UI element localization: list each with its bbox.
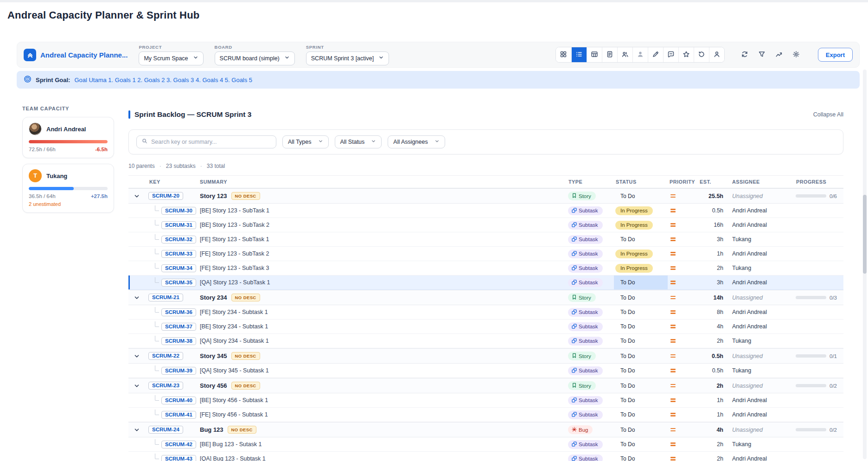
team-view-button[interactable] bbox=[617, 47, 632, 62]
assignee-cell[interactable]: Unassigned bbox=[726, 349, 795, 363]
issue-key[interactable]: SCRUM-24 bbox=[148, 426, 183, 434]
row-expand-caret[interactable] bbox=[128, 189, 145, 203]
status-cell[interactable]: To Do bbox=[614, 437, 668, 451]
backlog-subtask-row[interactable]: SCRUM-34[FE] Story 123 - SubTask 3Subtas… bbox=[128, 261, 843, 275]
backlog-subtask-row[interactable]: SCRUM-36[FE] Story 234 - Subtask 1Subtas… bbox=[128, 305, 843, 320]
document-view-button[interactable] bbox=[602, 47, 617, 62]
assignee-cell[interactable]: Unassigned bbox=[726, 378, 795, 393]
backlog-subtask-row[interactable]: SCRUM-38[QA] Story 234 - Subtask 1Subtas… bbox=[128, 334, 843, 348]
assignee-cell[interactable]: Unassigned bbox=[726, 189, 795, 203]
assignee-cell[interactable]: Andri Andreal bbox=[726, 393, 795, 407]
assignee-cell[interactable]: Andri Andreal bbox=[726, 204, 795, 218]
estimate-cell[interactable]: 16h bbox=[696, 218, 726, 232]
issue-key[interactable]: SCRUM-21 bbox=[148, 294, 183, 301]
estimate-cell[interactable]: 2h bbox=[696, 437, 726, 451]
estimate-cell[interactable]: 4h bbox=[696, 320, 726, 333]
issue-key[interactable]: SCRUM-22 bbox=[148, 352, 183, 360]
row-expand-caret[interactable] bbox=[128, 290, 145, 305]
issue-key[interactable]: SCRUM-35 bbox=[161, 279, 196, 287]
estimate-cell[interactable]: 1h bbox=[696, 247, 726, 261]
profile-button[interactable] bbox=[709, 47, 724, 62]
estimate-cell[interactable]: 4h bbox=[696, 423, 726, 437]
backlog-subtask-row[interactable]: SCRUM-37[BE] Story 234 - Subtask 1Subtas… bbox=[128, 320, 843, 334]
scrollbar-thumb[interactable] bbox=[863, 195, 867, 274]
estimate-cell[interactable]: 0.5h bbox=[696, 364, 726, 378]
backlog-subtask-row[interactable]: SCRUM-35[QA] Story 123 - SubTask 1Subtas… bbox=[128, 275, 843, 290]
status-cell[interactable]: To Do bbox=[614, 349, 668, 363]
assignee-cell[interactable]: Andri Andreal bbox=[726, 408, 795, 422]
backlog-subtask-row[interactable]: SCRUM-43[QA] Bug 123 - Subtask 1SubtaskT… bbox=[128, 452, 843, 461]
status-cell[interactable]: To Do bbox=[614, 305, 668, 319]
assignee-cell[interactable]: Andri Andreal bbox=[726, 275, 795, 289]
backlog-subtask-row[interactable]: SCRUM-42[BE] Bug 123 - Sutask 1SubtaskTo… bbox=[128, 437, 843, 452]
person-disabled-button[interactable] bbox=[632, 47, 648, 62]
status-cell[interactable]: In Progress bbox=[614, 218, 668, 232]
assignee-cell[interactable]: Andri Andreal bbox=[726, 218, 795, 232]
status-cell[interactable]: In Progress bbox=[614, 261, 668, 275]
assignee-cell[interactable]: Tukang bbox=[726, 364, 795, 378]
issue-key[interactable]: SCRUM-30 bbox=[161, 207, 196, 215]
issue-key[interactable]: SCRUM-20 bbox=[148, 192, 183, 200]
issue-key[interactable]: SCRUM-40 bbox=[161, 397, 196, 404]
issue-key[interactable]: SCRUM-38 bbox=[161, 337, 196, 345]
issue-key[interactable]: SCRUM-39 bbox=[161, 367, 196, 375]
issue-key[interactable]: SCRUM-33 bbox=[161, 250, 196, 258]
estimate-cell[interactable]: 3h bbox=[696, 232, 726, 246]
status-cell[interactable]: To Do bbox=[614, 452, 668, 461]
issue-key[interactable]: SCRUM-43 bbox=[161, 455, 196, 461]
page-scrollbar[interactable] bbox=[863, 70, 867, 459]
status-cell[interactable]: In Progress bbox=[614, 247, 668, 261]
estimate-cell[interactable]: 8h bbox=[696, 305, 726, 319]
issue-key[interactable]: SCRUM-36 bbox=[161, 308, 196, 316]
estimate-cell[interactable]: 3h bbox=[696, 275, 726, 289]
favorite-button[interactable] bbox=[678, 47, 694, 62]
backlog-parent-row[interactable]: SCRUM-24Bug 123NO DESCBugTo Do4hUnassign… bbox=[128, 422, 843, 437]
table-view-button[interactable] bbox=[587, 47, 602, 62]
row-expand-caret[interactable] bbox=[128, 378, 145, 393]
estimate-cell[interactable]: 25.5h bbox=[696, 189, 726, 203]
row-expand-caret[interactable] bbox=[128, 349, 145, 363]
assignee-cell[interactable]: Unassigned bbox=[726, 423, 795, 437]
status-cell[interactable]: To Do bbox=[614, 378, 668, 393]
refresh-button[interactable] bbox=[737, 48, 753, 62]
estimate-cell[interactable]: 2h bbox=[696, 452, 726, 461]
kanban-view-button[interactable] bbox=[556, 47, 571, 62]
estimate-cell[interactable]: 0.5h bbox=[696, 349, 726, 363]
sprint-select[interactable]: SCRUM Sprint 3 [active] bbox=[306, 51, 389, 65]
backlog-subtask-row[interactable]: SCRUM-30[BE] Story 123 - SubTask 1Subtas… bbox=[128, 204, 843, 218]
backlog-parent-row[interactable]: SCRUM-20Story 123NO DESCStoryTo Do25.5hU… bbox=[128, 188, 843, 204]
estimate-cell[interactable]: 1h bbox=[696, 393, 726, 407]
assignee-cell[interactable]: Tukang bbox=[726, 261, 795, 275]
issue-key[interactable]: SCRUM-34 bbox=[161, 264, 196, 272]
insights-button[interactable] bbox=[771, 48, 787, 62]
comment-button[interactable] bbox=[663, 47, 678, 62]
settings-button[interactable] bbox=[788, 48, 804, 62]
issue-key[interactable]: SCRUM-32 bbox=[161, 236, 196, 243]
assignee-cell[interactable]: Tukang bbox=[726, 437, 795, 451]
backlog-subtask-row[interactable]: SCRUM-39[QA] Story 345 - Subtask 1Subtas… bbox=[128, 364, 843, 378]
edit-button[interactable] bbox=[648, 47, 663, 62]
assignee-cell[interactable]: Unassigned bbox=[726, 290, 795, 305]
search-input[interactable] bbox=[151, 139, 271, 145]
assignee-cell[interactable]: Andri Andreal bbox=[726, 305, 795, 319]
capacity-card-tukang[interactable]: T Tukang 36.5h / 64h +27.5h 2 unestimate… bbox=[22, 164, 114, 213]
status-cell[interactable]: To Do bbox=[614, 423, 668, 437]
assignee-cell[interactable]: Tukang bbox=[726, 232, 795, 246]
issue-key[interactable]: SCRUM-42 bbox=[161, 441, 196, 448]
estimate-cell[interactable]: 0.5h bbox=[696, 204, 726, 218]
backlog-parent-row[interactable]: SCRUM-23Story 456NO DESCStoryTo Do2hUnas… bbox=[128, 378, 843, 393]
backlog-subtask-row[interactable]: SCRUM-33[FE] Story 123 - SubTask 2Subtas… bbox=[128, 247, 843, 261]
type-filter[interactable]: All Types bbox=[282, 135, 329, 148]
project-select[interactable]: My Scrum Space bbox=[139, 51, 203, 65]
export-button[interactable]: Export bbox=[818, 48, 853, 62]
backlog-parent-row[interactable]: SCRUM-22Story 345NO DESCStoryTo Do0.5hUn… bbox=[128, 348, 843, 364]
status-filter[interactable]: All Status bbox=[335, 135, 382, 148]
history-button[interactable] bbox=[694, 47, 709, 62]
issue-key[interactable]: SCRUM-41 bbox=[161, 411, 196, 419]
status-cell[interactable]: To Do bbox=[614, 393, 668, 407]
assignee-cell[interactable]: Andri Andreal bbox=[726, 320, 795, 333]
status-cell[interactable]: To Do bbox=[614, 290, 668, 305]
status-cell[interactable]: To Do bbox=[614, 334, 668, 348]
backlog-subtask-row[interactable]: SCRUM-41[FE] Story 456 - Subtask 1Subtas… bbox=[128, 408, 843, 422]
status-cell[interactable]: In Progress bbox=[614, 204, 668, 218]
